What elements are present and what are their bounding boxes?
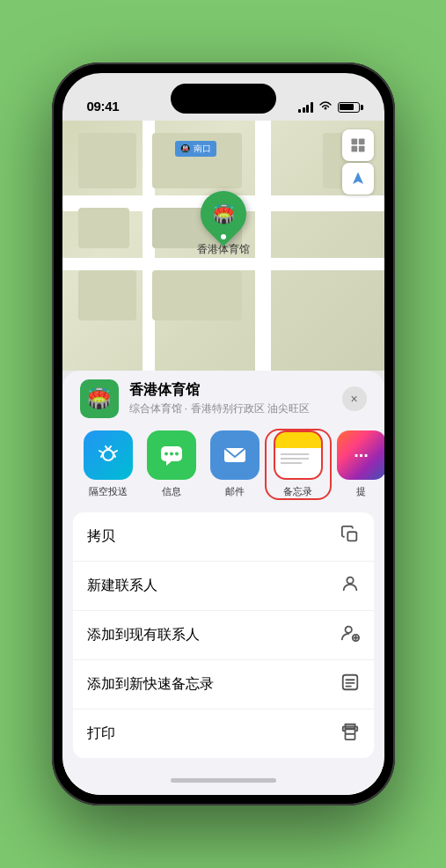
- bottom-sheet: 🏟️ 香港体育馆 综合体育馆 · 香港特别行政区 油尖旺区 ×: [62, 371, 384, 795]
- home-indicator: [62, 765, 384, 795]
- svg-rect-19: [345, 734, 355, 739]
- action-add-existing[interactable]: 添加到现有联系人: [73, 611, 374, 660]
- action-new-contact[interactable]: 新建联系人: [73, 562, 374, 611]
- notes-label: 备忘录: [283, 485, 312, 498]
- action-copy-label: 拷贝: [87, 527, 115, 546]
- svg-point-12: [347, 577, 353, 584]
- action-print[interactable]: 打印: [73, 710, 374, 758]
- action-add-quicknote[interactable]: 添加到新快速备忘录: [73, 660, 374, 710]
- action-list: 拷贝 新建联系人: [73, 512, 374, 758]
- svg-rect-11: [347, 532, 356, 541]
- more-label: 提: [356, 485, 366, 498]
- quicknote-icon: [340, 673, 360, 696]
- venue-info: 香港体育馆 综合体育馆 · 香港特别行政区 油尖旺区: [129, 381, 332, 416]
- venue-icon: 🏟️: [80, 379, 119, 418]
- svg-rect-3: [358, 146, 364, 152]
- copy-icon: [340, 525, 360, 548]
- share-mail[interactable]: 邮件: [203, 430, 267, 498]
- airdrop-icon: [84, 430, 133, 480]
- venue-sub: 综合体育馆 · 香港特别行政区 油尖旺区: [129, 401, 332, 416]
- phone-frame: 09:41: [52, 63, 395, 805]
- dynamic-island: [171, 84, 276, 114]
- svg-marker-6: [166, 461, 172, 466]
- svg-point-8: [170, 452, 173, 456]
- more-icon: ···: [337, 430, 384, 480]
- home-bar: [171, 778, 276, 783]
- svg-point-13: [345, 627, 351, 633]
- share-more[interactable]: ··· 提: [330, 430, 384, 498]
- map-controls: [342, 129, 374, 195]
- sheet-header: 🏟️ 香港体育馆 综合体育馆 · 香港特别行政区 油尖旺区 ×: [62, 371, 384, 418]
- battery-icon: [338, 102, 360, 113]
- svg-point-9: [175, 452, 179, 456]
- svg-rect-0: [351, 139, 357, 145]
- map-label: 🚇 南口: [175, 141, 217, 157]
- close-button[interactable]: ×: [342, 386, 367, 411]
- share-messages[interactable]: 信息: [140, 430, 203, 498]
- phone-screen: 09:41: [62, 73, 384, 795]
- status-time: 09:41: [87, 99, 120, 114]
- status-icons: [298, 100, 360, 114]
- map-area[interactable]: 🚇 南口: [62, 121, 384, 371]
- print-icon: [340, 722, 360, 746]
- action-add-quicknote-label: 添加到新快速备忘录: [87, 675, 214, 694]
- mail-label: 邮件: [225, 485, 245, 498]
- action-copy[interactable]: 拷贝: [73, 512, 374, 562]
- share-airdrop[interactable]: 隔空投送: [77, 430, 140, 498]
- svg-rect-2: [351, 146, 357, 152]
- svg-rect-1: [358, 139, 364, 145]
- location-pin: 🏟️ 香港体育馆: [197, 191, 250, 257]
- location-button[interactable]: [342, 163, 374, 195]
- map-layer-button[interactable]: [342, 129, 374, 161]
- svg-point-7: [165, 452, 168, 456]
- add-contact-icon: [340, 623, 360, 647]
- wifi-icon: [318, 100, 333, 114]
- action-print-label: 打印: [87, 725, 115, 743]
- messages-label: 信息: [162, 485, 181, 498]
- new-contact-icon: [340, 574, 360, 598]
- airdrop-label: 隔空投送: [89, 485, 128, 498]
- messages-icon: [147, 430, 196, 480]
- svg-point-4: [103, 450, 113, 460]
- venue-name: 香港体育馆: [129, 381, 332, 400]
- action-add-existing-label: 添加到现有联系人: [87, 626, 200, 644]
- action-new-contact-label: 新建联系人: [87, 577, 157, 595]
- share-row: 隔空投送 信息: [62, 418, 384, 505]
- notes-icon: [274, 430, 323, 480]
- share-notes[interactable]: 备忘录: [267, 430, 330, 498]
- mail-icon: [210, 430, 260, 480]
- signal-bars-icon: [298, 102, 313, 113]
